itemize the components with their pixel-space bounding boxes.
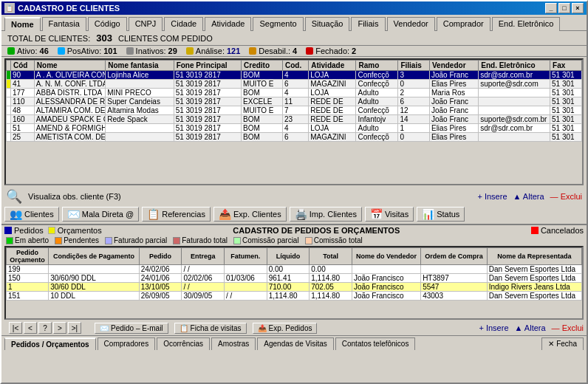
legend-item: Pendentes	[55, 236, 99, 244]
tab-cnpj[interactable]: CNPJ	[129, 17, 163, 31]
active-label: Ativo:	[17, 47, 38, 55]
table-cell: 4	[283, 71, 309, 80]
table-cell: Maria Ros	[429, 89, 478, 97]
close-button[interactable]: ×	[572, 3, 584, 13]
total-label: TOTAL DE CLIENTES:	[7, 34, 90, 43]
tab-nome[interactable]: Nome	[4, 17, 41, 31]
table-cell: 177	[11, 89, 35, 97]
nav-btn[interactable]: ?	[38, 322, 52, 334]
table-row[interactable]: 51AMEND & FORMIGHIERI LT51 3019 2817BOM4…	[7, 124, 582, 133]
maximize-button[interactable]: □	[558, 3, 570, 13]
orcamentos-indicator	[48, 227, 55, 234]
nav-btn[interactable]: <	[24, 322, 37, 334]
order-action-btn[interactable]: 📋 Ficha de visitas	[174, 323, 247, 334]
tab-atividade[interactable]: Atividade	[205, 17, 251, 31]
orders-excluir-btn[interactable]: — Exclui	[552, 323, 584, 332]
fechado-dot	[306, 47, 313, 55]
table-cell: 110	[11, 97, 35, 106]
active-dot	[7, 47, 15, 55]
table-cell: 14	[398, 115, 430, 124]
tab-código[interactable]: Código	[88, 17, 127, 31]
table-cell: ALTAMIRA COM. DE CONF	[34, 106, 105, 115]
status-posativo: PosAtivo: 101	[58, 47, 117, 55]
table-cell: 51 3019 2817	[174, 97, 241, 106]
bottom-tab-pedidos-orçamentos[interactable]: Pedidos / Orçamentos	[4, 337, 96, 350]
fechado-label: Fechado:	[315, 47, 349, 55]
bottom-tab-ocorrências[interactable]: Ocorrências	[157, 337, 210, 350]
bottom-tab-amostras[interactable]: Amostras	[211, 337, 256, 350]
table-cell: 51	[11, 124, 35, 133]
orders-alter-btn[interactable]: ▲ Altera	[515, 323, 546, 332]
status-analise: Análise: 121	[186, 47, 241, 55]
order-action-btn[interactable]: 📤 Exp. Pedidos	[253, 323, 318, 334]
table-cell: ABBA DISTR. LTDA	[34, 89, 105, 97]
minimize-button[interactable]: _	[545, 3, 557, 13]
order-action-btn[interactable]: ✉️ Pedido – E-mail	[95, 323, 168, 334]
table-cell: 51 301	[550, 106, 582, 115]
table-cell: suporte@sdr.com.br	[479, 115, 550, 124]
btn-referencias[interactable]: 📋 Referencias	[142, 207, 211, 222]
table-row[interactable]: 160AMADEU SPACK E CIA LTDRede Spack51 30…	[7, 115, 582, 124]
orders-cell	[352, 265, 420, 274]
fechado-value: 2	[352, 47, 356, 55]
nav-btn[interactable]: |<	[9, 322, 22, 334]
tab-comprador[interactable]: Comprador	[437, 17, 490, 31]
tab-fantasia[interactable]: Fantasia	[42, 17, 86, 31]
nav-btn[interactable]: >	[53, 322, 66, 334]
table-cell: LOJA	[309, 89, 356, 97]
btn-status[interactable]: 📊 Status	[417, 207, 465, 222]
posativo-value: 101	[103, 47, 117, 55]
btn-clientes[interactable]: 👥 Clientes	[4, 207, 59, 222]
bottom-tab-agendas-de-visitas[interactable]: Agendas de Visitas	[257, 337, 333, 350]
tab-filiais[interactable]: Filiais	[351, 17, 385, 31]
orders-cell: João Francisco	[352, 274, 420, 283]
analise-label: Análise:	[196, 47, 225, 55]
excluir-btn[interactable]: — Exclui	[550, 192, 582, 201]
table-cell: 51 3019 2817	[174, 80, 241, 89]
orders-cell: 702.05	[310, 283, 352, 292]
orders-iae: + Insere ▲ Altera — Exclui	[479, 323, 584, 332]
orders-insert-btn[interactable]: + Insere	[479, 323, 508, 332]
table-cell: 51 301	[550, 97, 582, 106]
table-row[interactable]: 48ALTAMIRA COM. DE CONFAltamira Modas51 …	[7, 106, 582, 115]
table-row[interactable]: 25AMETISTA COM. DE ROUF51 3019 2817BOM6M…	[7, 133, 582, 142]
btn-mala-direta-@[interactable]: ✉️ Mala Direta @	[62, 207, 139, 222]
btn-icon: 📋	[147, 208, 160, 220]
table-cell: Adulto	[356, 124, 398, 133]
tab-cidade[interactable]: Cidade	[164, 17, 203, 31]
orders-row[interactable]: 15030/60/90 DDL24/01/0602/02/0601/03/069…	[7, 274, 582, 283]
table-row[interactable]: 41A. N. M. CONF. LTDA51 3019 2817MUITO E…	[7, 80, 582, 89]
fecha-button[interactable]: ✕ Fecha	[541, 337, 584, 350]
bottom-tab-compradores[interactable]: Compradores	[98, 337, 156, 350]
col-header-nome-fantasia: Nome fantasia	[106, 61, 174, 71]
visualiza-label[interactable]: Visualiza obs. cliente (F3)	[28, 192, 121, 201]
tab-vendedor[interactable]: Vendedor	[387, 17, 435, 31]
tab-situação[interactable]: Situação	[305, 17, 350, 31]
col-header-end.-eletrônico: End. Eletrônico	[479, 61, 550, 71]
btn-visitas[interactable]: 📅 Visitas	[365, 207, 414, 222]
table-cell: João Franc	[429, 106, 478, 115]
table-row[interactable]: 177ABBA DISTR. LTDAMINI PRECO51 3019 281…	[7, 89, 582, 97]
orders-title-bar: Pedidos Orçamentos CADASTRO DE PEDIDOS E…	[1, 225, 587, 236]
tab-segmento[interactable]: Segmento	[253, 17, 303, 31]
tab-end.eletrônico[interactable]: End. Eletrônico	[492, 17, 561, 31]
table-cell: BOM	[242, 89, 283, 97]
bottom-tab-contatos-telefônicos[interactable]: Contatos telefônicos	[335, 337, 416, 350]
insert-btn[interactable]: + Insere	[477, 192, 507, 201]
window-title: CADASTRO DE CLIENTES	[18, 4, 120, 13]
orders-row[interactable]: 130/60 DDL13/10/05/ /710.00702.05João Fr…	[7, 283, 582, 292]
table-cell	[106, 133, 174, 142]
btn-exp.-clientes[interactable]: 📤 Exp. Clientes	[213, 207, 287, 222]
orders-cell: 0.00	[267, 265, 310, 274]
legend-box	[305, 237, 312, 244]
table-cell: João Franc	[429, 97, 478, 106]
nav-btn[interactable]: >|	[68, 322, 81, 334]
title-bar: 📋 CADASTRO DE CLIENTES _ □ ×	[1, 1, 587, 15]
legend-label: Faturado parcial	[114, 236, 167, 244]
alter-btn[interactable]: ▲ Altera	[513, 192, 544, 201]
orders-row[interactable]: 19924/02/06/ /0.000.00Dan Severn Esporte…	[7, 265, 582, 274]
orders-row[interactable]: 15110 DDL26/09/0530/09/05/ /1,114.801,11…	[7, 292, 582, 301]
btn-imp.-clientes[interactable]: 🖨️ Imp. Clientes	[290, 207, 362, 222]
table-row[interactable]: 90A . A. OLIVEIRA CONFECCOLojinha Alice5…	[7, 71, 582, 80]
table-row[interactable]: 110ALESSANDRA DE R. FERRSSuper Candeias5…	[7, 97, 582, 106]
